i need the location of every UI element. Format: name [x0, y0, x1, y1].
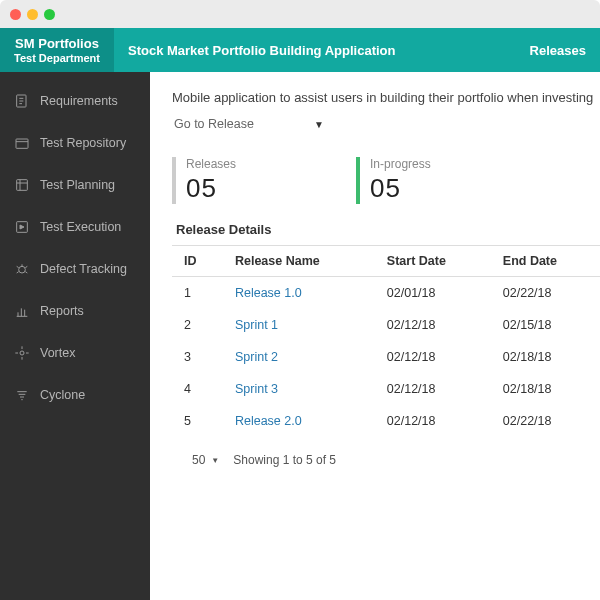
vortex-icon: [14, 345, 30, 361]
cell-end-date: 02/18/18: [491, 373, 600, 405]
sidebar-item-defect-tracking[interactable]: Defect Tracking: [0, 248, 150, 290]
sidebar-item-cyclone[interactable]: Cyclone: [0, 374, 150, 416]
execution-icon: [14, 219, 30, 235]
table-row: 3Sprint 202/12/1802/18/18: [172, 341, 600, 373]
repository-icon: [14, 135, 30, 151]
svg-point-4: [19, 266, 26, 273]
chevron-down-icon: ▼: [211, 456, 219, 465]
cell-start-date: 02/01/18: [375, 277, 491, 310]
stat-value: 05: [370, 173, 431, 204]
sidebar: Requirements Test Repository Test Planni…: [0, 72, 150, 600]
cell-end-date: 02/22/18: [491, 405, 600, 437]
cell-id: 4: [172, 373, 223, 405]
cell-start-date: 02/12/18: [375, 405, 491, 437]
sidebar-item-label: Defect Tracking: [40, 262, 127, 276]
chevron-down-icon: ▼: [314, 119, 324, 130]
sidebar-item-test-execution[interactable]: Test Execution: [0, 206, 150, 248]
cell-id: 1: [172, 277, 223, 310]
cell-start-date: 02/12/18: [375, 373, 491, 405]
sidebar-item-reports[interactable]: Reports: [0, 290, 150, 332]
planning-icon: [14, 177, 30, 193]
pager-summary: Showing 1 to 5 of 5: [233, 453, 336, 467]
cell-start-date: 02/12/18: [375, 341, 491, 373]
sidebar-item-requirements[interactable]: Requirements: [0, 80, 150, 122]
stat-value: 05: [186, 173, 236, 204]
sidebar-item-label: Cyclone: [40, 388, 85, 402]
stat-releases: Releases 05: [172, 157, 236, 204]
chart-icon: [14, 303, 30, 319]
nav-releases[interactable]: Releases: [516, 28, 600, 72]
minimize-icon[interactable]: [27, 9, 38, 20]
sidebar-item-test-planning[interactable]: Test Planning: [0, 164, 150, 206]
maximize-icon[interactable]: [44, 9, 55, 20]
col-end[interactable]: End Date: [491, 246, 600, 277]
requirements-icon: [14, 93, 30, 109]
sidebar-item-label: Vortex: [40, 346, 75, 360]
svg-rect-1: [16, 139, 28, 148]
table-row: 2Sprint 102/12/1802/15/18: [172, 309, 600, 341]
sidebar-item-label: Test Repository: [40, 136, 126, 150]
cell-release-name[interactable]: Sprint 3: [223, 373, 375, 405]
cell-id: 3: [172, 341, 223, 373]
app-title-cell: Stock Market Portfolio Building Applicat…: [114, 28, 409, 72]
bug-icon: [14, 261, 30, 277]
release-select-label: Go to Release: [174, 117, 254, 131]
cell-release-name[interactable]: Release 1.0: [223, 277, 375, 310]
cell-end-date: 02/22/18: [491, 277, 600, 310]
stat-label: In-progress: [370, 157, 431, 171]
cell-release-name[interactable]: Sprint 1: [223, 309, 375, 341]
stat-label: Releases: [186, 157, 236, 171]
pagination: 50 ▼ Showing 1 to 5 of 5: [172, 453, 600, 467]
cell-release-name[interactable]: Sprint 2: [223, 341, 375, 373]
page-size-value: 50: [192, 453, 205, 467]
section-title: Release Details: [172, 222, 600, 237]
main-content: Mobile application to assist users in bu…: [150, 72, 600, 600]
cell-end-date: 02/18/18: [491, 341, 600, 373]
table-row: 5Release 2.002/12/1802/22/18: [172, 405, 600, 437]
page-size-select[interactable]: 50 ▼: [192, 453, 219, 467]
table-row: 4Sprint 302/12/1802/18/18: [172, 373, 600, 405]
cell-start-date: 02/12/18: [375, 309, 491, 341]
window-chrome: [0, 0, 600, 28]
svg-point-5: [20, 351, 24, 355]
app-header: SM Portfolios Test Department Stock Mark…: [0, 28, 600, 72]
cell-id: 2: [172, 309, 223, 341]
sidebar-item-label: Test Planning: [40, 178, 115, 192]
app-title: Stock Market Portfolio Building Applicat…: [128, 43, 395, 58]
stat-inprogress: In-progress 05: [356, 157, 431, 204]
cell-release-name[interactable]: Release 2.0: [223, 405, 375, 437]
sidebar-item-label: Reports: [40, 304, 84, 318]
table-header-row: ID Release Name Start Date End Date: [172, 246, 600, 277]
stats-row: Releases 05 In-progress 05: [172, 157, 600, 204]
svg-rect-2: [17, 180, 28, 191]
brand-title: SM Portfolios: [15, 36, 99, 51]
cell-end-date: 02/15/18: [491, 309, 600, 341]
release-select[interactable]: Go to Release ▼: [172, 113, 326, 135]
sidebar-item-label: Requirements: [40, 94, 118, 108]
sidebar-item-label: Test Execution: [40, 220, 121, 234]
cyclone-icon: [14, 387, 30, 403]
brand-subtitle: Test Department: [14, 52, 100, 64]
sidebar-item-vortex[interactable]: Vortex: [0, 332, 150, 374]
cell-id: 5: [172, 405, 223, 437]
project-description: Mobile application to assist users in bu…: [172, 90, 600, 105]
release-table: ID Release Name Start Date End Date 1Rel…: [172, 245, 600, 437]
col-name[interactable]: Release Name: [223, 246, 375, 277]
sidebar-item-test-repository[interactable]: Test Repository: [0, 122, 150, 164]
col-start[interactable]: Start Date: [375, 246, 491, 277]
close-icon[interactable]: [10, 9, 21, 20]
table-row: 1Release 1.002/01/1802/22/18: [172, 277, 600, 310]
brand-cell[interactable]: SM Portfolios Test Department: [0, 28, 114, 72]
col-id[interactable]: ID: [172, 246, 223, 277]
